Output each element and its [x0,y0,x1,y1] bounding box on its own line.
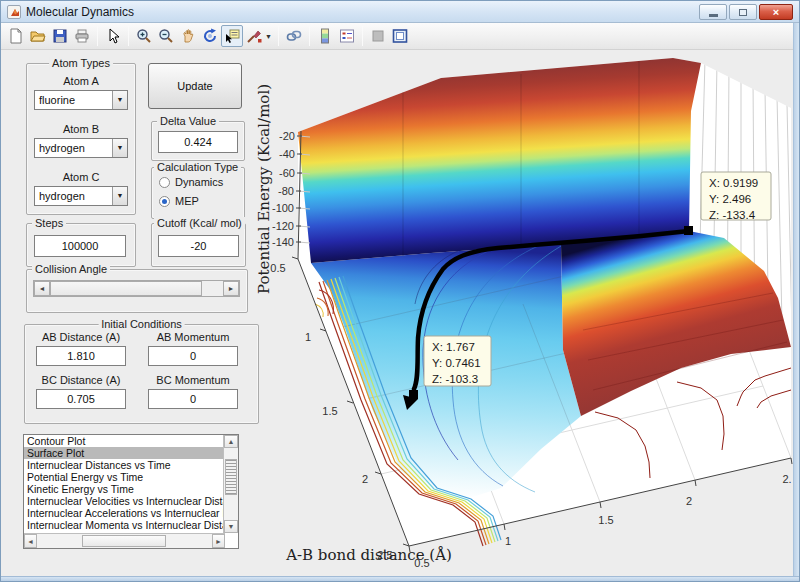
atom-b-value: hydrogen [39,142,85,154]
scroll-up-icon[interactable]: ▲ [224,435,238,448]
insert-legend-button[interactable] [336,25,358,47]
ab-momentum-field[interactable]: 0 [148,346,238,366]
delta-value-title: Delta Value [157,115,219,127]
data-cursor-button[interactable] [221,25,243,47]
mep-radio-label: MEP [175,195,199,207]
list-item[interactable]: Contour Plot [24,435,223,447]
popup-arrow-icon[interactable]: ▼ [112,139,127,157]
svg-text:1.5: 1.5 [322,405,337,417]
surface-plot-axes[interactable]: X: 0.9199 Y: 2.496 Z: -133.4 X: 1.767 Y:… [253,50,795,574]
svg-text:1: 1 [505,535,511,547]
x-axis-label: A-B bond distance (Å) [285,546,452,564]
radio-icon [159,177,170,188]
title-bar: Molecular Dynamics × [1,1,799,23]
svg-text:2: 2 [362,473,368,485]
link-plots-button[interactable] [283,25,305,47]
popup-arrow-icon[interactable]: ▼ [112,187,127,205]
dock-figure-icon [391,27,409,45]
restore-button[interactable] [729,4,757,20]
save-icon [51,27,69,45]
figure-toolbar: ▼ [1,23,799,50]
datatip-2[interactable]: X: 1.767 Y: 0.7461 Z: -103.3 [424,336,491,386]
datatip-x: X: 0.9199 [709,177,758,189]
insert-colorbar-icon [316,27,334,45]
rotate-3d-button[interactable] [199,25,221,47]
slider-left-arrow[interactable]: ◄ [34,281,50,296]
edit-plot-button[interactable] [102,25,124,47]
atom-a-popup[interactable]: fluorine▼ [34,90,128,110]
restore-icon [739,9,747,16]
datatip-marker[interactable] [409,390,418,399]
vertical-scrollbar[interactable]: ▲ ▼ [223,435,238,533]
list-item[interactable]: Kinetic Energy vs Time [24,483,223,495]
print-button[interactable] [71,25,93,47]
potential-wall-surface [298,58,701,263]
popup-arrow-icon[interactable]: ▼ [112,91,127,109]
atom-a-value: fluorine [39,94,75,106]
list-item[interactable]: Internuclear Distances vs Time [24,459,223,471]
atom-b-popup[interactable]: hydrogen▼ [34,138,128,158]
save-button[interactable] [49,25,71,47]
window-title: Molecular Dynamics [26,5,134,19]
open-folder-icon [29,27,47,45]
ab-distance-label: AB Distance (A) [36,331,126,343]
scroll-left-icon[interactable]: ◄ [24,534,37,548]
delta-value-field[interactable]: 0.424 [158,131,238,153]
plot-type-listbox[interactable]: Contour Plot Surface Plot Internuclear D… [23,434,239,549]
cutoff-field[interactable]: -20 [158,235,239,257]
slider-right-arrow[interactable]: ► [223,281,239,296]
brush-dropdown-arrow[interactable]: ▼ [265,33,274,40]
new-document-icon [7,27,25,45]
list-item[interactable]: Potential Energy vs Time [24,471,223,483]
horizontal-scrollbar[interactable]: ◄ ► [24,533,225,548]
collision-angle-slider[interactable]: ◄ ► [33,280,240,297]
minimize-icon [709,14,718,17]
vscroll-thumb[interactable] [225,459,237,495]
update-button[interactable]: Update [148,63,242,109]
dock-figure-button[interactable] [389,25,411,47]
ab-distance-field[interactable]: 1.810 [36,346,126,366]
zoom-out-icon [157,27,175,45]
scroll-down-icon[interactable]: ▼ [224,520,238,533]
list-item[interactable]: Internuclear Momenta vs Internuclear Dis… [24,519,223,531]
atom-c-value: hydrogen [39,190,85,202]
bc-momentum-field[interactable]: 0 [148,389,238,409]
list-item-selected[interactable]: Surface Plot [24,447,223,459]
brush-button[interactable] [243,25,265,47]
svg-text:2: 2 [686,495,692,507]
toolbar-separator [128,26,129,46]
pan-button[interactable] [177,25,199,47]
datatip-1[interactable]: X: 0.9199 Y: 2.496 Z: -133.4 [701,172,771,221]
svg-text:1.5: 1.5 [598,514,613,526]
bc-distance-label: BC Distance (A) [36,374,126,386]
datatip-marker[interactable] [684,226,693,235]
svg-text:-80: -80 [278,185,294,197]
app-window: Molecular Dynamics × ▼ Atom Types [0,0,800,582]
list-item[interactable]: Internuclear Accelerations vs Internucle… [24,507,223,519]
atom-c-popup[interactable]: hydrogen▼ [34,186,128,206]
svg-text:-60: -60 [279,167,295,179]
hscroll-thumb[interactable] [82,535,166,547]
steps-field[interactable]: 100000 [34,235,126,257]
svg-text:-20: -20 [279,130,295,142]
window-right-frame [793,23,799,578]
mep-radio[interactable]: MEP [159,195,199,207]
minimize-button[interactable] [699,4,727,20]
list-item[interactable]: Internuclear Velocities vs Internuclear … [24,495,223,507]
open-folder-button[interactable] [27,25,49,47]
collision-angle-title: Collision Angle [32,263,110,275]
zoom-in-button[interactable] [133,25,155,47]
slider-thumb[interactable] [50,281,202,296]
app-icon [7,5,21,19]
svg-text:-100: -100 [272,202,294,214]
dynamics-radio[interactable]: Dynamics [159,176,223,188]
zoom-out-button[interactable] [155,25,177,47]
hide-plot-tools-button[interactable] [367,25,389,47]
bc-distance-field[interactable]: 0.705 [36,389,126,409]
close-button[interactable]: × [759,4,793,20]
insert-colorbar-button[interactable] [314,25,336,47]
scroll-right-icon[interactable]: ► [212,534,225,548]
new-document-button[interactable] [5,25,27,47]
datatip-x: X: 1.767 [432,341,475,353]
radio-checked-icon [159,196,170,207]
